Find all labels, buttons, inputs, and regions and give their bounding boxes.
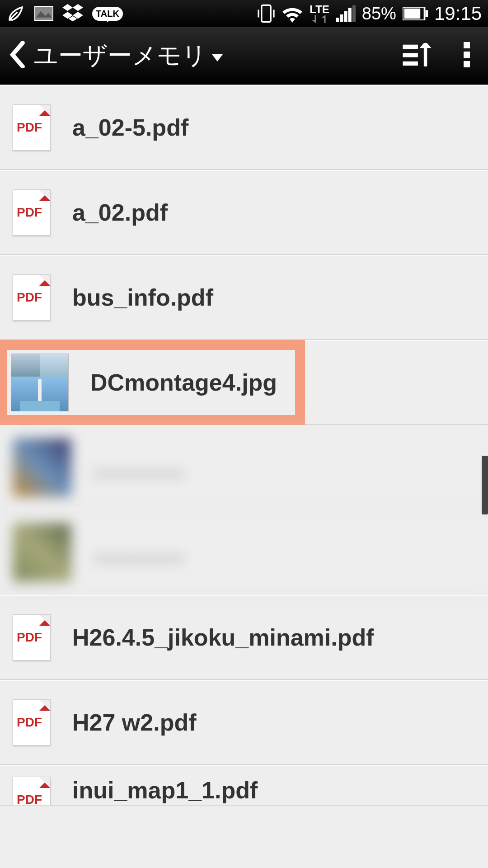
image-thumbnail [11, 354, 69, 411]
vibrate-icon [257, 4, 275, 24]
file-name: a_02.pdf [72, 199, 168, 226]
svg-rect-14 [464, 52, 470, 58]
highlight-box: DCmontage4.jpg [0, 340, 305, 425]
header-title-dropdown[interactable]: ユーザーメモリ [33, 39, 223, 72]
pdf-file-icon: PDF [13, 104, 51, 151]
header-title-text: ユーザーメモリ [33, 39, 206, 72]
svg-rect-6 [352, 5, 355, 22]
file-row[interactable]: PDF bus_info.pdf [0, 255, 488, 340]
svg-rect-3 [340, 14, 343, 22]
svg-rect-0 [34, 6, 53, 21]
sort-button[interactable] [402, 43, 432, 68]
talk-icon: TALK [92, 7, 123, 21]
wifi-icon [282, 5, 303, 23]
file-name: .............. [93, 454, 184, 481]
pdf-file-icon: PDF [13, 189, 51, 236]
file-name: a_02-5.pdf [72, 114, 188, 141]
file-row[interactable]: PDF H26.4.5_jikoku_minami.pdf [0, 595, 488, 680]
svg-rect-10 [403, 45, 418, 49]
svg-rect-12 [403, 61, 418, 66]
image-thumbnail [13, 523, 71, 582]
file-name: .............. [93, 539, 184, 566]
file-name: H26.4.5_jikoku_minami.pdf [72, 624, 374, 651]
svg-rect-2 [336, 18, 339, 22]
svg-rect-13 [464, 42, 470, 48]
svg-rect-8 [404, 9, 420, 19]
clock: 19:15 [434, 3, 482, 24]
dropbox-icon [62, 4, 83, 23]
leaf-icon [6, 4, 25, 23]
svg-rect-9 [425, 10, 428, 17]
file-row-highlighted[interactable]: DCmontage4.jpg [0, 340, 488, 425]
file-row[interactable]: PDF inui_map1_1.pdf [0, 765, 488, 806]
pdf-file-icon: PDF [13, 274, 51, 321]
svg-rect-5 [348, 8, 351, 22]
signal-icon [336, 5, 356, 22]
lte-icon: LTE [310, 4, 329, 23]
svg-rect-1 [262, 5, 271, 22]
overflow-menu-button[interactable] [464, 42, 470, 69]
back-button[interactable] [9, 41, 33, 70]
file-list: PDF a_02-5.pdf PDF a_02.pdf PDF bus_info… [0, 85, 488, 806]
file-row-redacted[interactable]: .............. [0, 510, 488, 595]
pdf-file-icon: PDF [13, 699, 51, 745]
scrollbar-thumb[interactable] [482, 456, 488, 514]
battery-percent: 85% [362, 4, 396, 24]
app-header: ユーザーメモリ [0, 27, 488, 85]
file-row[interactable]: PDF a_02-5.pdf [0, 85, 488, 170]
file-row[interactable]: PDF H27 w2.pdf [0, 680, 488, 765]
svg-rect-15 [464, 61, 470, 67]
status-bar: TALK LTE 85% 19:15 [0, 0, 488, 27]
file-name: bus_info.pdf [72, 284, 213, 311]
image-thumbnail [13, 438, 71, 497]
pdf-file-icon: PDF [13, 614, 51, 660]
battery-icon [403, 7, 428, 20]
chevron-down-icon [212, 54, 223, 61]
file-row[interactable]: PDF a_02.pdf [0, 170, 488, 255]
file-name: inui_map1_1.pdf [72, 777, 258, 804]
file-name: DCmontage4.jpg [90, 369, 277, 396]
svg-rect-11 [403, 53, 418, 57]
file-name: H27 w2.pdf [72, 709, 197, 736]
file-row-redacted[interactable]: .............. [0, 425, 488, 510]
pdf-file-icon: PDF [13, 777, 51, 806]
gallery-icon [34, 6, 53, 21]
svg-rect-4 [344, 11, 347, 22]
